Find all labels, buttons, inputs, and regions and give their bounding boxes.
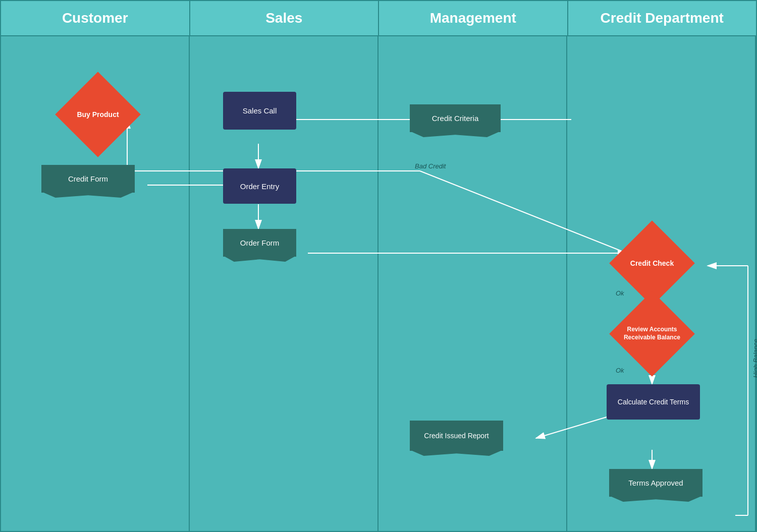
header-customer: Customer — [1, 1, 190, 35]
credit-form-banner: Credit Form — [41, 165, 135, 193]
sales-call-rect: Sales Call — [223, 92, 296, 130]
ok2-label: Ok — [616, 367, 624, 374]
order-entry-rect: Order Entry — [223, 168, 296, 204]
ok1-label: Ok — [616, 289, 624, 297]
credit-issued-banner: Credit Issued Report — [410, 421, 503, 451]
header-row: Customer Sales Management Credit Departm… — [1, 1, 756, 36]
calculate-terms-rect: Calculate Credit Terms — [607, 384, 700, 420]
high-balance-label: High Balance — [752, 339, 757, 378]
header-credit-dept: Credit Department — [568, 1, 756, 35]
content-area: Buy Product Credit Form Sales Call Order… — [1, 36, 756, 531]
bad-credit-label: Bad Credit — [415, 162, 446, 170]
order-form-banner: Order Form — [223, 229, 296, 257]
header-management: Management — [379, 1, 568, 35]
diagram-container: Customer Sales Management Credit Departm… — [0, 0, 757, 532]
header-sales: Sales — [190, 1, 380, 35]
credit-criteria-banner: Credit Criteria — [410, 104, 501, 132]
terms-approved-banner: Terms Approved — [609, 469, 702, 497]
